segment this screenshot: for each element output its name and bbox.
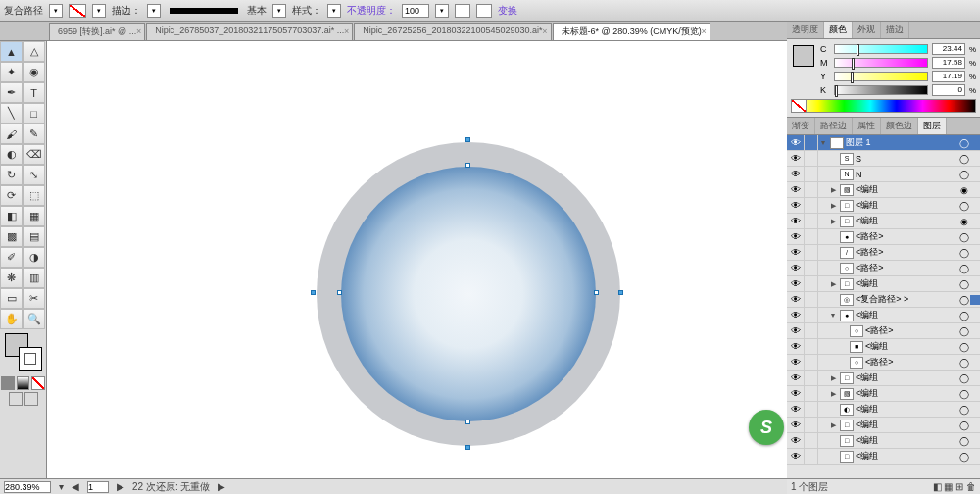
layer-row[interactable]: 👁▶□<编组◯ [787, 198, 980, 214]
page-next[interactable]: ▶ [117, 481, 124, 492]
lock-cell[interactable] [805, 182, 818, 197]
panel-tab[interactable]: 颜色边 [881, 118, 918, 134]
channel-value[interactable]: 0 [932, 84, 965, 96]
twirl-icon[interactable]: ▶ [828, 373, 838, 383]
layer-row[interactable]: 👁○<路径>◯ [787, 323, 980, 339]
target-icon[interactable]: ◯ [958, 264, 970, 273]
opacity-input[interactable] [402, 4, 429, 18]
visibility-icon[interactable]: 👁 [787, 276, 805, 291]
target-icon[interactable]: ◯ [958, 279, 970, 289]
target-icon[interactable]: ◯ [958, 342, 970, 352]
visibility-icon[interactable]: 👁 [787, 229, 805, 244]
direct-select-tool[interactable]: △ [23, 41, 45, 62]
target-icon[interactable]: ◯ [958, 420, 970, 430]
perspective-tool[interactable]: ▦ [23, 206, 45, 226]
layer-row[interactable]: 👁▶▧<编组◉ [787, 182, 980, 198]
target-icon[interactable]: ◯ [958, 326, 970, 336]
visibility-icon[interactable]: 👁 [787, 355, 805, 370]
visibility-icon[interactable]: 👁 [787, 198, 805, 213]
visibility-icon[interactable]: 👁 [787, 182, 805, 197]
lock-cell[interactable] [805, 433, 818, 448]
visibility-icon[interactable]: 👁 [787, 214, 805, 228]
twirl-icon[interactable]: ▶ [828, 217, 838, 226]
slider[interactable] [834, 72, 928, 81]
visibility-icon[interactable]: 👁 [787, 245, 805, 260]
layer-row[interactable]: 👁●<路径>◯ [787, 229, 980, 245]
wand-tool[interactable]: ✦ [0, 62, 23, 82]
target-icon[interactable]: ◯ [958, 358, 970, 368]
artboard-tool[interactable]: ▭ [0, 288, 23, 309]
color-mode[interactable] [1, 376, 15, 390]
layer-row[interactable]: 👁▶□<编组◉ [787, 214, 980, 229]
zoom-dd[interactable]: ▾ [59, 481, 64, 492]
twirl-icon[interactable]: ▼ [828, 311, 838, 321]
lock-cell[interactable] [805, 370, 818, 385]
zoom-input[interactable] [4, 481, 51, 493]
lock-cell[interactable] [805, 198, 818, 213]
twirl-icon[interactable]: ▶ [828, 389, 838, 399]
channel-value[interactable]: 17.58 [932, 57, 965, 69]
twirl-icon[interactable] [828, 295, 838, 305]
color-swatches[interactable] [5, 333, 42, 370]
layer-row[interactable]: 👁/<路径>◯ [787, 245, 980, 261]
target-icon[interactable]: ◯ [958, 201, 970, 211]
lock-cell[interactable] [805, 386, 818, 401]
page-input[interactable] [87, 481, 109, 493]
panel-tab[interactable]: 渐变 [787, 118, 815, 134]
layer-row[interactable]: 👁■<编组◯ [787, 339, 980, 355]
free-transform-tool[interactable]: ⬚ [23, 185, 45, 206]
twirl-icon[interactable] [828, 154, 838, 164]
layer-list[interactable]: 👁▼■图层 1◯👁SS◯👁NN◯👁▶▧<编组◉👁▶□<编组◯👁▶□<编组◉👁●<… [787, 135, 980, 478]
lock-cell[interactable] [805, 167, 818, 181]
target-icon[interactable]: ◯ [958, 452, 970, 462]
visibility-icon[interactable]: 👁 [787, 261, 805, 275]
layer-row[interactable]: 👁◎<复合路径> >◯ [787, 292, 980, 308]
twirl-icon[interactable] [828, 405, 838, 415]
visibility-icon[interactable]: 👁 [787, 323, 805, 338]
canvas-area[interactable] [47, 41, 787, 478]
visibility-icon[interactable]: 👁 [787, 308, 805, 322]
lock-cell[interactable] [805, 229, 818, 244]
target-icon[interactable]: ◯ [958, 248, 970, 258]
twirl-icon[interactable] [828, 232, 838, 242]
target-icon[interactable]: ◉ [958, 217, 970, 226]
anchor[interactable] [311, 290, 316, 295]
layer-row[interactable]: 👁◐<编组◯ [787, 402, 980, 418]
lock-cell[interactable] [805, 276, 818, 291]
layer-row[interactable]: 👁▼●<编组◯ [787, 308, 980, 323]
visibility-icon[interactable]: 👁 [787, 167, 805, 181]
slider[interactable] [834, 58, 928, 68]
style-dd[interactable]: ▾ [327, 4, 341, 18]
selection-tool[interactable]: ▲ [0, 41, 23, 62]
screen-full[interactable] [24, 392, 38, 406]
twirl-icon[interactable] [828, 436, 838, 446]
rect-tool[interactable]: □ [23, 103, 45, 124]
twirl-icon[interactable] [838, 342, 848, 352]
layer-row[interactable]: 👁▶▧<编组◯ [787, 386, 980, 402]
width-tool[interactable]: ⟳ [0, 185, 23, 206]
layer-row[interactable]: 👁▶□<编组◯ [787, 370, 980, 386]
symbol-tool[interactable]: ❋ [0, 268, 23, 288]
strokew-dd[interactable]: ▾ [147, 4, 161, 18]
align-icon[interactable] [455, 4, 470, 18]
scale-tool[interactable]: ⤡ [23, 165, 45, 185]
gradient-tool[interactable]: ▤ [23, 226, 45, 247]
target-icon[interactable]: ◯ [958, 138, 970, 148]
doc-tab[interactable]: Nipic_26785037_20180321175057703037.ai* … [146, 23, 353, 40]
layer-row[interactable]: 👁SS◯ [787, 151, 980, 167]
doc-tab[interactable]: 6959 [转换].ai* @ ...× [49, 23, 145, 40]
stroke-swatch[interactable] [19, 347, 42, 370]
panel-tab[interactable]: 描边 [881, 22, 909, 38]
stroke-dd[interactable]: ▾ [92, 4, 106, 18]
lock-cell[interactable] [805, 323, 818, 338]
slice-tool[interactable]: ✂ [23, 288, 45, 309]
layer-row[interactable]: 👁○<路径>◯ [787, 355, 980, 370]
spectrum[interactable] [791, 99, 976, 113]
slider[interactable] [834, 85, 928, 95]
fill-dd[interactable]: ▾ [49, 4, 63, 18]
lasso-tool[interactable]: ◉ [23, 62, 45, 82]
lock-cell[interactable] [805, 135, 818, 150]
visibility-icon[interactable]: 👁 [787, 433, 805, 448]
twirl-icon[interactable] [828, 264, 838, 273]
brush-dd[interactable]: ▾ [272, 4, 286, 18]
